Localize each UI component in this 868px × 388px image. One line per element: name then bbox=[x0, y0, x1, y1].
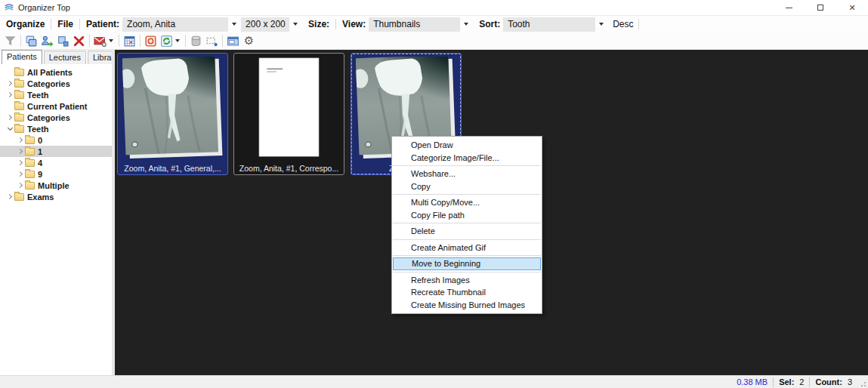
folder-icon bbox=[25, 159, 35, 167]
tree-item-tooth-1[interactable]: 1 bbox=[0, 146, 112, 157]
patient-select[interactable]: Zoom, Anita bbox=[122, 17, 228, 32]
toolbar: ⚙ bbox=[0, 32, 868, 50]
move-images-icon[interactable] bbox=[55, 33, 71, 49]
thumbnail-label: Zoom, Anita, #1, General,... bbox=[119, 163, 226, 174]
divider bbox=[140, 35, 141, 47]
menu-item-refresh-images[interactable]: Refresh Images bbox=[392, 274, 542, 287]
menu-item-delete[interactable]: Delete bbox=[392, 225, 542, 238]
tree-item-teeth[interactable]: Teeth bbox=[0, 89, 112, 100]
folder-icon bbox=[14, 69, 24, 76]
size-label: Size: bbox=[302, 19, 335, 29]
divider bbox=[222, 35, 223, 47]
menu-item-create-missing-burned-images[interactable]: Create Missing Burned Images bbox=[392, 299, 542, 312]
folder-icon bbox=[25, 137, 35, 144]
tree-item-tooth-0[interactable]: 0 bbox=[0, 134, 112, 146]
powerpoint-icon[interactable] bbox=[143, 33, 159, 49]
chevron-down-icon[interactable] bbox=[293, 23, 298, 26]
tree-item-tooth-multiple[interactable]: Multiple bbox=[0, 180, 112, 191]
chevron-down-icon[interactable] bbox=[5, 125, 14, 133]
calendar-icon[interactable] bbox=[122, 33, 137, 49]
database-icon[interactable] bbox=[188, 33, 204, 49]
tree-item-exams[interactable]: Exams bbox=[0, 191, 112, 202]
menu-item-copy-file-path[interactable]: Copy File path bbox=[392, 209, 542, 222]
menu-item-recreate-thumbnail[interactable]: Recreate Thumbnail bbox=[392, 286, 542, 299]
chevron-down-icon[interactable] bbox=[232, 23, 236, 26]
refresh-dropdown-icon[interactable] bbox=[175, 39, 180, 42]
refresh-icon[interactable] bbox=[159, 33, 175, 49]
close-icon: ✕ bbox=[848, 4, 855, 12]
export-patient-icon[interactable] bbox=[39, 33, 55, 49]
patient-label: Patient: bbox=[80, 19, 122, 29]
menu-item-move-to-beginning[interactable]: Move to Beginning bbox=[393, 257, 541, 270]
menu-item-multi-copy-move[interactable]: Multi Copy/Move... bbox=[392, 196, 542, 209]
thumbnail-card-2[interactable]: Zoom, Anita, #1, Correspo... bbox=[233, 53, 344, 175]
window-layout-icon[interactable] bbox=[225, 33, 241, 49]
tree-item-categories-current[interactable]: Categories bbox=[0, 112, 112, 123]
folder-icon bbox=[14, 125, 24, 133]
menu-separator bbox=[393, 165, 541, 166]
tab-lectures[interactable]: Lectures bbox=[44, 51, 86, 64]
chevron-down-icon[interactable] bbox=[599, 23, 604, 26]
divider bbox=[119, 35, 119, 47]
maximize-icon bbox=[817, 5, 823, 11]
tree-item-teeth-current[interactable]: Teeth bbox=[0, 123, 112, 134]
maximize-button[interactable] bbox=[805, 0, 836, 15]
email-icon[interactable] bbox=[92, 33, 108, 49]
menu-separator bbox=[393, 255, 541, 256]
divider bbox=[89, 35, 90, 47]
menu-organize[interactable]: Organize bbox=[0, 19, 51, 29]
menu-item-webshare[interactable]: Webshare... bbox=[392, 168, 542, 180]
chevron-down-icon[interactable] bbox=[464, 23, 468, 26]
menu-item-open-draw[interactable]: Open Draw bbox=[392, 139, 542, 152]
sel-count: 2 bbox=[799, 377, 804, 386]
tree-item-tooth-4[interactable]: 4 bbox=[0, 157, 112, 168]
chevron-right-icon[interactable] bbox=[5, 114, 14, 122]
divider bbox=[20, 35, 21, 47]
view-select[interactable]: Thumbnails bbox=[369, 17, 460, 32]
folder-icon bbox=[14, 114, 24, 122]
menu-item-categorize[interactable]: Categorize Image/File... bbox=[392, 152, 542, 165]
thumbnail-area: Zoom, Anita, #1, General,... Zoom, Anita… bbox=[115, 50, 868, 375]
sidebar: Patients Lectures Library All Patients C… bbox=[0, 50, 112, 375]
divider bbox=[638, 19, 639, 29]
email-dropdown-icon[interactable] bbox=[109, 39, 113, 42]
tab-patients[interactable]: Patients bbox=[2, 50, 42, 64]
chevron-right-icon[interactable] bbox=[16, 159, 25, 167]
title-bar: Organizer Top ✕ bbox=[0, 0, 868, 15]
chevron-right-icon[interactable] bbox=[16, 137, 25, 144]
tree-item-current-patient[interactable]: Current Patient bbox=[0, 100, 112, 112]
tree-item-all-patients[interactable]: All Patients bbox=[0, 66, 112, 78]
chevron-right-icon[interactable] bbox=[5, 91, 14, 99]
chevron-right-icon[interactable] bbox=[16, 182, 25, 189]
menu-file[interactable]: File bbox=[51, 19, 79, 29]
tree-item-categories[interactable]: Categories bbox=[0, 78, 112, 89]
screen-capture-icon[interactable] bbox=[204, 33, 220, 49]
minimize-button[interactable] bbox=[773, 0, 805, 15]
close-button[interactable]: ✕ bbox=[836, 0, 868, 15]
folder-icon bbox=[14, 103, 24, 110]
resize-grip[interactable] bbox=[859, 377, 866, 387]
folder-icon bbox=[14, 80, 24, 88]
dimensions-select[interactable]: 200 x 200 bbox=[241, 17, 289, 32]
sidebar-tabs: Patients Lectures Library bbox=[0, 50, 112, 64]
copy-images-icon[interactable] bbox=[23, 33, 39, 49]
filter-icon[interactable] bbox=[2, 33, 18, 49]
app-logo-icon bbox=[4, 2, 14, 13]
sort-select[interactable]: Tooth bbox=[503, 17, 595, 32]
chevron-right-icon[interactable] bbox=[16, 171, 25, 178]
chevron-right-icon[interactable] bbox=[16, 148, 25, 156]
menu-separator bbox=[393, 272, 541, 273]
delete-icon[interactable] bbox=[71, 33, 87, 49]
thumbnail-card-1[interactable]: Zoom, Anita, #1, General,... bbox=[117, 53, 228, 175]
tree-item-tooth-9[interactable]: 9 bbox=[0, 168, 112, 180]
menu-item-copy[interactable]: Copy bbox=[392, 180, 542, 193]
gear-icon[interactable]: ⚙ bbox=[241, 33, 257, 49]
count-label: Count: bbox=[815, 377, 842, 386]
tab-library[interactable]: Library bbox=[88, 51, 112, 64]
window-title: Organizer Top bbox=[18, 3, 70, 12]
chevron-right-icon[interactable] bbox=[5, 80, 14, 88]
chevron-right-icon[interactable] bbox=[5, 193, 14, 201]
menu-item-create-animated-gif[interactable]: Create Animated Gif bbox=[392, 242, 542, 254]
menu-bar: Organize File Patient: Zoom, Anita 200 x… bbox=[0, 15, 868, 32]
desc-button[interactable]: Desc bbox=[608, 19, 638, 29]
